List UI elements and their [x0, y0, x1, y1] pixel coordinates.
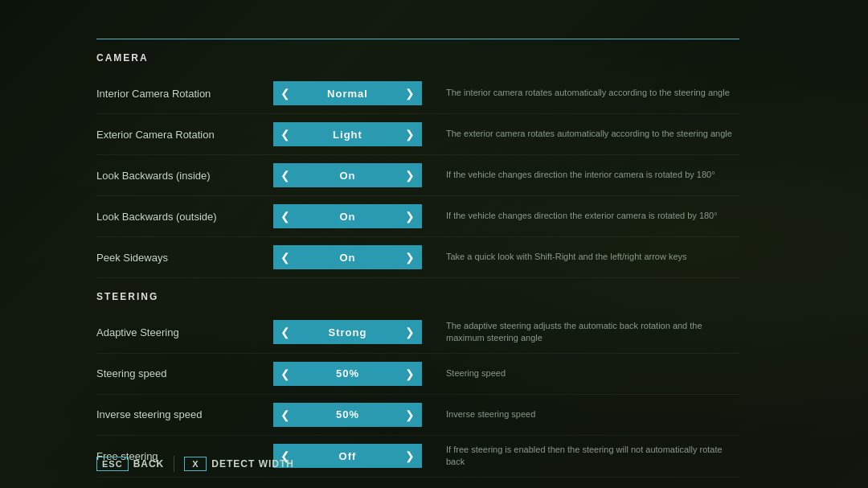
arrow-left-button[interactable]: ❮	[273, 403, 297, 427]
detect-width-button[interactable]: XDETECT WIDTH	[184, 457, 294, 471]
value-display: On	[297, 163, 398, 187]
section-label-camera: CAMERA	[96, 52, 739, 64]
arrow-right-button[interactable]: ❯	[398, 122, 422, 146]
setting-description: The adaptive steering adjusts the automa…	[422, 320, 739, 345]
setting-row: Adaptive Steering❮Strong❯The adaptive st…	[96, 312, 739, 354]
arrow-right-button[interactable]: ❯	[398, 204, 422, 228]
setting-row: Exterior Camera Rotation❮Light❯The exter…	[96, 114, 739, 155]
esc-key-badge: ESC	[96, 457, 129, 471]
back-label: BACK	[133, 458, 165, 470]
settings-list: CAMERAInterior Camera Rotation❮Normal❯Th…	[96, 52, 739, 478]
setting-name: Look Backwards (outside)	[96, 211, 273, 223]
setting-row: Look Backwards (outside)❮On❯If the vehic…	[96, 196, 739, 237]
arrow-right-button[interactable]: ❯	[398, 362, 422, 386]
x-key-badge: X	[184, 457, 207, 471]
arrow-left-button[interactable]: ❮	[273, 163, 297, 187]
setting-name: Interior Camera Rotation	[96, 88, 273, 100]
value-display: On	[297, 245, 398, 269]
control-widget: ❮On❯	[273, 204, 422, 228]
arrow-left-button[interactable]: ❮	[273, 320, 297, 344]
setting-description: If free steering is enabled then the ste…	[422, 444, 739, 469]
setting-name: Look Backwards (inside)	[96, 170, 273, 182]
value-display: 50%	[297, 362, 398, 386]
back-button[interactable]: ESCBACK	[96, 457, 164, 471]
setting-row: Inverse steering speed❮50%❯Inverse steer…	[96, 395, 739, 436]
arrow-left-button[interactable]: ❮	[273, 122, 297, 146]
value-display: Normal	[297, 81, 398, 105]
setting-row: Peek Sideways❮On❯Take a quick look with …	[96, 237, 739, 278]
setting-name: Steering speed	[96, 367, 273, 379]
control-widget: ❮Light❯	[273, 122, 422, 146]
control-widget: ❮50%❯	[273, 403, 422, 427]
setting-description: If the vehicle changes direction the ext…	[422, 210, 739, 222]
setting-name: Adaptive Steering	[96, 326, 273, 338]
setting-description: The interior camera rotates automaticall…	[422, 87, 739, 99]
control-widget: ❮On❯	[273, 245, 422, 269]
arrow-right-button[interactable]: ❯	[398, 403, 422, 427]
setting-row: Interior Camera Rotation❮Normal❯The inte…	[96, 73, 739, 114]
value-display: On	[297, 204, 398, 228]
value-display: Strong	[297, 320, 398, 344]
arrow-right-button[interactable]: ❯	[398, 163, 422, 187]
arrow-left-button[interactable]: ❮	[273, 81, 297, 105]
detect-width-label: DETECT WIDTH	[211, 458, 294, 470]
control-widget: ❮50%❯	[273, 362, 422, 386]
control-widget: ❮Normal❯	[273, 81, 422, 105]
setting-description: Steering speed	[422, 367, 739, 379]
arrow-right-button[interactable]: ❯	[398, 444, 422, 468]
arrow-left-button[interactable]: ❮	[273, 245, 297, 269]
panel-divider	[96, 39, 739, 39]
value-display: Light	[297, 122, 398, 146]
setting-name: Inverse steering speed	[96, 408, 273, 420]
value-display: 50%	[297, 403, 398, 427]
footer: ESCBACKXDETECT WIDTH	[96, 456, 294, 472]
section-label-steering: STEERING	[96, 291, 739, 302]
setting-row: Steering speed❮50%❯Steering speed	[96, 354, 739, 395]
settings-panel: CAMERAInterior Camera Rotation❮Normal❯Th…	[96, 32, 739, 472]
control-widget: ❮Strong❯	[273, 320, 422, 344]
setting-name: Peek Sideways	[96, 252, 273, 264]
arrow-right-button[interactable]: ❯	[398, 245, 422, 269]
arrow-left-button[interactable]: ❮	[273, 362, 297, 386]
control-widget: ❮On❯	[273, 163, 422, 187]
setting-row: Look Backwards (inside)❮On❯If the vehicl…	[96, 155, 739, 196]
setting-description: The exterior camera rotates automaticall…	[422, 128, 739, 140]
arrow-left-button[interactable]: ❮	[273, 204, 297, 228]
setting-description: If the vehicle changes direction the int…	[422, 169, 739, 181]
setting-description: Take a quick look with Shift-Right and t…	[422, 251, 739, 263]
value-display: Off	[297, 444, 398, 468]
arrow-right-button[interactable]: ❯	[398, 81, 422, 105]
footer-separator	[174, 456, 174, 472]
arrow-right-button[interactable]: ❯	[398, 320, 422, 344]
control-widget: ❮Off❯	[273, 444, 422, 468]
setting-description: Inverse steering speed	[422, 408, 739, 420]
setting-name: Exterior Camera Rotation	[96, 129, 273, 141]
